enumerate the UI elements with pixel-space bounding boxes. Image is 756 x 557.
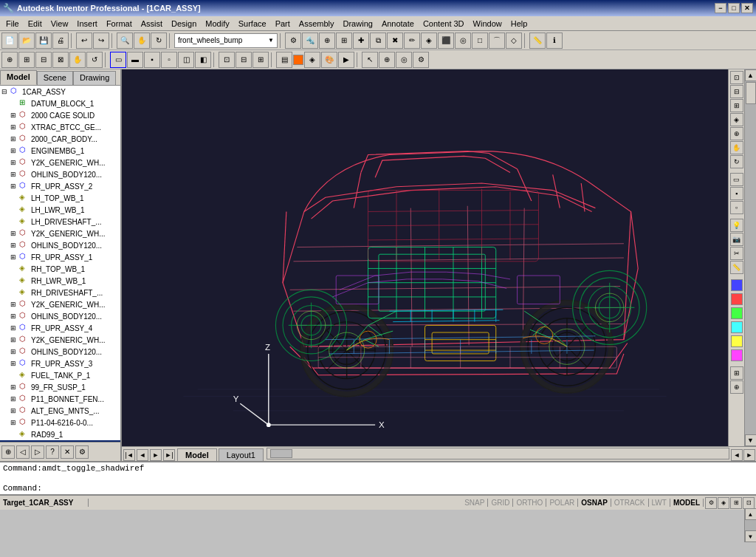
tree-expand-icon[interactable]: ⊞ xyxy=(10,182,19,190)
config-button[interactable]: ⚙ xyxy=(413,52,429,68)
status-otrack[interactable]: OTRACK xyxy=(611,499,649,507)
save-button[interactable]: 💾 xyxy=(35,33,52,49)
rt-color6[interactable] xyxy=(731,349,743,361)
hscroll-thumb[interactable] xyxy=(270,449,292,458)
tree-item-fuel[interactable]: + ◈ FUEL_TANK_P_1 xyxy=(0,369,120,381)
tree-item-rad[interactable]: + ◈ RAD99_1 xyxy=(0,428,120,440)
tree-expand-icon[interactable]: ⊞ xyxy=(10,230,19,237)
rt-zoom-btn[interactable]: ⊕ xyxy=(730,127,743,140)
pan-view-button[interactable]: ✋ xyxy=(69,52,86,68)
status-btn4[interactable]: ⊡ xyxy=(743,497,755,509)
status-btn3[interactable]: ⊞ xyxy=(730,497,742,509)
orbit-button[interactable]: ↺ xyxy=(86,52,103,68)
design-view-button[interactable]: ⊡ xyxy=(219,52,235,68)
properties-button[interactable]: ℹ xyxy=(546,33,563,49)
tree-item-ohlins4[interactable]: ⊞ ⬡ OHLINS_BODY120... xyxy=(0,346,120,358)
panel-settings-btn[interactable]: ⚙ xyxy=(75,445,89,459)
constraint-button[interactable]: ⚙ xyxy=(285,33,301,49)
scroll-track[interactable] xyxy=(745,81,756,434)
animate-button[interactable]: ▶ xyxy=(338,52,354,68)
app-minimize-button[interactable]: − xyxy=(715,3,726,13)
rt-color1[interactable] xyxy=(731,279,743,291)
menu-drawing[interactable]: Drawing xyxy=(339,18,377,30)
tree-expand-icon[interactable]: ⊞ xyxy=(10,407,19,414)
menu-view[interactable]: View xyxy=(47,18,73,30)
menu-window[interactable]: Window xyxy=(469,18,506,30)
status-polar[interactable]: POLAR xyxy=(546,499,578,507)
status-osnap[interactable]: OSNAP xyxy=(578,499,611,507)
grounded-button[interactable]: ⊕ xyxy=(379,52,395,68)
tree-item-frupr2[interactable]: ⊞ ⬡ FR_UPR_ASSY_2 xyxy=(0,180,120,192)
menu-part[interactable]: Part xyxy=(271,18,295,30)
print-button[interactable]: 🖨 xyxy=(52,33,69,49)
zoom-button[interactable]: 🔍 xyxy=(117,33,133,49)
rt-snap-btn[interactable]: ⊕ xyxy=(730,380,743,394)
render-button[interactable]: 🎨 xyxy=(321,52,337,68)
extrude-button[interactable]: ⬛ xyxy=(438,33,454,49)
vp-last-btn[interactable]: ►| xyxy=(163,449,175,461)
menu-insert[interactable]: Insert xyxy=(72,18,102,30)
tree-expand-icon[interactable]: ⊞ xyxy=(10,301,19,308)
shell-button[interactable]: □ xyxy=(472,33,488,49)
status-btn1[interactable]: ⚙ xyxy=(705,497,717,509)
vp-prev-btn[interactable]: ◄ xyxy=(137,449,148,461)
select-button[interactable]: ↖ xyxy=(362,52,378,68)
panel-close-btn[interactable]: ✕ xyxy=(61,445,74,459)
tree-item-ohlins3[interactable]: ⊞ ⬡ OHLINS_BODY120... xyxy=(0,310,120,322)
sketch-button[interactable]: ✏ xyxy=(404,33,420,49)
menu-format[interactable]: Format xyxy=(102,18,137,30)
tree-item-p11[interactable]: ⊞ ⬡ P11-04-6216-0-0... xyxy=(0,417,120,428)
realistic-button[interactable]: ◧ xyxy=(195,52,211,68)
rt-lights-btn[interactable]: 💡 xyxy=(730,219,743,232)
tree-item-engine[interactable]: ⊞ ⬡ ENGINEMBG_1 xyxy=(0,145,120,157)
pan-button[interactable]: ✋ xyxy=(134,33,150,49)
status-btn2[interactable]: ◈ xyxy=(718,497,729,509)
tree-item-frupr4[interactable]: ⊞ ⬡ FR_UPR_ASSY_4 xyxy=(0,322,120,334)
material-button[interactable]: ◈ xyxy=(304,52,320,68)
zoom-prev-button[interactable]: ⊟ xyxy=(35,52,52,68)
tree-item-rhtop[interactable]: + ◈ RH_TOP_WB_1 xyxy=(0,263,120,275)
app-maximize-button[interactable]: □ xyxy=(728,3,740,13)
revolve-button[interactable]: ◎ xyxy=(455,33,471,49)
menu-surface[interactable]: Surface xyxy=(234,18,271,30)
tree-expand-icon[interactable]: ⊞ xyxy=(10,324,19,332)
tree-expand-icon[interactable]: ⊞ xyxy=(10,135,19,143)
undo-button[interactable]: ↩ xyxy=(76,33,92,49)
menu-assist[interactable]: Assist xyxy=(137,18,167,30)
rt-measure-btn[interactable]: 📏 xyxy=(730,261,743,274)
rt-view3-btn[interactable]: ⊞ xyxy=(730,99,743,112)
tree-item-rhlwr[interactable]: + ◈ RH_LWR_WB_1 xyxy=(0,275,120,287)
scroll-down-button[interactable]: ▼ xyxy=(745,434,757,446)
zoom-select-button[interactable]: ⊠ xyxy=(52,52,69,68)
panel-fwd-btn[interactable]: ▷ xyxy=(31,445,44,459)
tree-expand-icon[interactable]: ⊞ xyxy=(10,123,19,131)
rt-edge-btn[interactable]: ▫ xyxy=(730,201,743,214)
rt-grid-btn[interactable]: ⊞ xyxy=(730,366,743,380)
rt-color5[interactable] xyxy=(731,335,743,347)
hscroll-right-btn[interactable]: ► xyxy=(743,449,755,461)
chamfer-button[interactable]: ◇ xyxy=(506,33,522,49)
scroll-up-button[interactable]: ▲ xyxy=(745,69,757,81)
status-grid[interactable]: GRID xyxy=(488,499,513,507)
3d-viewport[interactable]: Z X Y xyxy=(122,69,728,446)
tree-item-frupr3[interactable]: ⊞ ⬡ FR_UPR_ASSY_3 xyxy=(0,358,120,369)
tree-item-rhdrive[interactable]: + ◈ RH_DRIVESHAFT_... xyxy=(0,287,120,298)
tree-item-y2k3[interactable]: ⊞ ⬡ Y2K_GENERIC_WH... xyxy=(0,298,120,310)
copy-button[interactable]: ⧉ xyxy=(370,33,386,49)
menu-edit[interactable]: Edit xyxy=(24,18,47,30)
menu-design[interactable]: Design xyxy=(167,18,201,30)
tree-expand-icon[interactable]: ⊞ xyxy=(10,360,19,367)
tree-item-frsusp[interactable]: ⊞ ⬡ 99_FR_SUSP_1 xyxy=(0,381,120,393)
menu-modify[interactable]: Modify xyxy=(201,18,233,30)
hscroll-left-btn[interactable]: ◄ xyxy=(731,449,743,461)
fillet-button[interactable]: ⌒ xyxy=(489,33,505,49)
measure-button[interactable]: 📏 xyxy=(529,33,546,49)
component-tree[interactable]: ⊟ ⬡ 1CAR_ASSY + ⊞ DATUM_BLOCK_1 ⊞ ⬡ 2000… xyxy=(0,86,120,442)
tree-item-xtrac[interactable]: ⊞ ⬡ XTRAC_BTCC_GE... xyxy=(0,121,120,133)
tree-expand-icon[interactable]: ⊞ xyxy=(10,147,19,154)
rt-shade-btn[interactable]: ▪ xyxy=(730,187,743,200)
shaded-button[interactable]: ▪ xyxy=(144,52,160,68)
wireframe-button[interactable]: ▭ xyxy=(110,52,126,68)
panel-help-btn[interactable]: ? xyxy=(46,445,59,459)
tree-item-ohlins2[interactable]: ⊞ ⬡ OHLINS_BODY120... xyxy=(0,239,120,251)
